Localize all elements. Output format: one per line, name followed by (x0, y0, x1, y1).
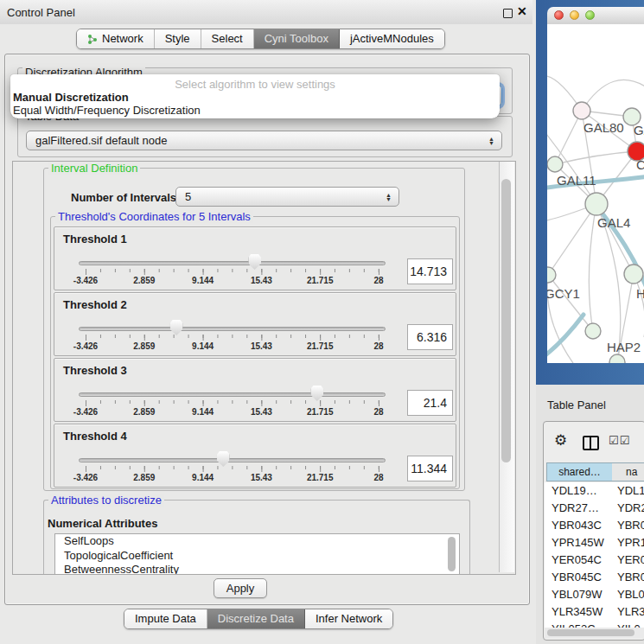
number-of-intervals-value: 5 (185, 190, 191, 203)
panel-scrollbar-thumb[interactable] (501, 179, 511, 462)
table-row[interactable]: YDL19…YDL1 (545, 482, 644, 500)
network-window-titlebar[interactable] (547, 7, 644, 25)
panel-title: Control Panel (7, 6, 75, 19)
cell-name[interactable]: YPR1 (614, 534, 644, 552)
minimize-traffic-light-icon[interactable] (570, 10, 579, 20)
cell-shared-name[interactable]: YLR345W (545, 603, 614, 621)
cell-name[interactable]: YDL1 (614, 482, 644, 500)
attribute-list-item[interactable]: TopologicalCoefficient (55, 549, 459, 564)
cell-shared-name[interactable]: YER054C (545, 552, 614, 569)
threshold-4-value-field[interactable]: 11.344 (407, 456, 453, 481)
threshold-3-panel: Threshold 3 -3.4262.8599.14415.4321.7152… (54, 358, 456, 422)
column-header-shared-name[interactable]: shared… (546, 462, 613, 481)
network-node-gal4[interactable] (585, 193, 608, 215)
cell-shared-name[interactable]: YIL052C (545, 621, 614, 628)
slider-scale-label: 9.144 (192, 407, 214, 417)
network-node-gcy1[interactable] (547, 267, 556, 283)
dropdown-option-manual-discretization[interactable]: Manual Discretization (13, 91, 129, 104)
tab-jactivemnodules[interactable]: jActiveMNodules (340, 29, 444, 48)
slider-scale-label: 28 (373, 276, 383, 285)
threshold-3-slider-track[interactable] (79, 392, 386, 397)
node-label-partial: GA (634, 123, 644, 137)
list-scrollbar[interactable] (448, 537, 456, 571)
table-row[interactable]: YIL052CYIL0 (545, 621, 644, 628)
node-label-gal11: GAL11 (557, 173, 596, 188)
network-node[interactable] (624, 265, 643, 284)
cell-shared-name[interactable]: YBR045C (545, 569, 614, 586)
cell-name[interactable]: YER0 (614, 552, 644, 569)
tab-cyni-toolbox-label: Cyni Toolbox (265, 29, 328, 48)
cell-shared-name[interactable]: YDR27… (545, 500, 614, 517)
table-row[interactable]: YPR145WYPR1 (545, 534, 644, 552)
attribute-list-item[interactable]: BetweennessCentrality (55, 563, 459, 575)
threshold-2-value-field[interactable]: 6.316 (407, 324, 453, 350)
table-row[interactable]: YBR045CYBR0 (545, 569, 644, 586)
cell-shared-name[interactable]: YDL19… (545, 482, 614, 500)
table-row[interactable]: YBL079WYBL0 (545, 586, 644, 603)
cell-shared-name[interactable]: YPR145W (545, 534, 614, 552)
threshold-1-value-field[interactable]: 14.713 (407, 258, 453, 284)
table-hscrollbar-thumb[interactable] (547, 629, 634, 636)
cell-name[interactable]: YBR0 (614, 569, 644, 586)
cell-name[interactable]: YLR3 (614, 603, 644, 621)
number-of-intervals-combobox[interactable]: 5 ▲▼ (175, 187, 399, 207)
threshold-3-value-field[interactable]: 21.4 (407, 390, 453, 416)
network-node-gal80[interactable] (573, 102, 590, 119)
close-traffic-light-icon[interactable] (554, 10, 564, 20)
network-canvas[interactable]: GAL80 GA C GAL11 GAL4 GCY1 H HAP2 (547, 24, 644, 363)
table-data-combobox[interactable]: galFiltered.sif default node ▲▼ (26, 131, 502, 150)
table-row[interactable]: YDR27…YDR2 (545, 500, 644, 517)
network-node[interactable] (609, 354, 625, 363)
table-row[interactable]: YBR043CYBR0 (545, 517, 644, 534)
select-columns-checkboxes-icon[interactable]: ☑☑ (609, 434, 630, 447)
threshold-1-slider-track[interactable] (79, 261, 386, 265)
cell-shared-name[interactable]: YBR043C (545, 517, 614, 534)
slider-scale-label: 15.43 (251, 407, 272, 417)
network-node-gal11[interactable] (547, 156, 563, 172)
float-window-icon[interactable] (503, 9, 513, 18)
slider-scale-label: 2.859 (133, 407, 155, 417)
zoom-traffic-light-icon[interactable] (585, 10, 595, 20)
tab-impute-data[interactable]: Impute Data (124, 609, 207, 628)
slider-scale-label: 2.859 (133, 276, 155, 285)
tab-discretize-data[interactable]: Discretize Data (207, 609, 305, 628)
slider-scale-label: 21.715 (307, 276, 334, 285)
threshold-3-label: Threshold 3 (63, 364, 127, 377)
tab-infer-network[interactable]: Infer Network (305, 609, 392, 628)
slider-ticks (86, 400, 379, 406)
close-icon[interactable]: ✕ (517, 4, 527, 18)
cell-shared-name[interactable]: YBL079W (545, 586, 614, 603)
cell-name[interactable]: YDR2 (614, 500, 644, 517)
dropdown-option-equal-width-frequency[interactable]: Equal Width/Frequency Discretization (13, 104, 201, 117)
network-node-hap2[interactable] (585, 323, 601, 339)
tab-style[interactable]: Style (155, 29, 201, 48)
threshold-4-slider-thumb[interactable] (217, 451, 230, 467)
threshold-2-slider-thumb[interactable] (170, 320, 183, 335)
slider-scale: -3.4262.8599.14415.4321.71528 (86, 341, 379, 352)
cell-name[interactable]: YIL0 (614, 621, 644, 628)
column-header-name[interactable]: na (612, 462, 644, 481)
threshold-4-slider-track[interactable] (79, 458, 386, 462)
attribute-list-item[interactable]: SelfLoops (55, 534, 459, 549)
dropdown-hint-item[interactable]: Select algorithm to view settings (10, 78, 500, 91)
slider-scale-label: 2.859 (133, 341, 155, 351)
cell-name[interactable]: YBR0 (614, 517, 644, 534)
threshold-3-slider-thumb[interactable] (310, 386, 323, 401)
slider-scale-label: 15.43 (251, 276, 272, 285)
threshold-1-slider-thumb[interactable] (248, 254, 261, 270)
combo-arrows-icon: ▲▼ (386, 193, 392, 201)
table-row[interactable]: YLR345WYLR3 (545, 603, 644, 621)
tab-impute-data-label: Impute Data (135, 609, 196, 628)
tab-select[interactable]: Select (201, 29, 254, 48)
tab-network[interactable]: Network (77, 29, 155, 48)
tab-cyni-toolbox[interactable]: Cyni Toolbox (254, 29, 340, 48)
slider-scale-label: 21.715 (307, 473, 334, 482)
apply-button[interactable]: Apply (214, 578, 267, 598)
table-row[interactable]: YER054CYER0 (545, 552, 644, 569)
columns-icon[interactable] (583, 436, 599, 450)
cell-name[interactable]: YBL0 (614, 586, 644, 603)
threshold-2-slider-track[interactable] (79, 327, 386, 331)
gear-icon[interactable]: ⚙ (554, 431, 567, 450)
slider-scale-label: 21.715 (307, 407, 334, 417)
slider-scale-label: 15.43 (251, 473, 272, 482)
